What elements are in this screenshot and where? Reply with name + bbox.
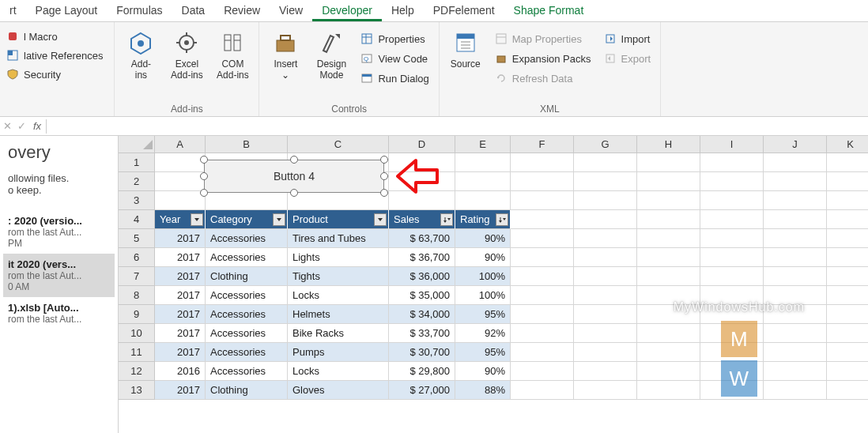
tab-shape-format[interactable]: Shape Format <box>504 0 594 21</box>
relative-refs-item[interactable]: lative References <box>3 46 106 65</box>
cell[interactable] <box>574 153 637 172</box>
cell[interactable]: 90% <box>455 362 511 381</box>
resize-handle[interactable] <box>200 156 208 164</box>
recovery-file[interactable]: : 2020 (versio...rom the last Aut...PM <box>3 210 115 254</box>
cell[interactable] <box>764 153 827 172</box>
cell[interactable] <box>574 267 637 286</box>
row-headers[interactable]: 12345678910111213 <box>119 153 155 400</box>
cell[interactable]: $ 36,700 <box>389 248 455 267</box>
cell[interactable] <box>764 191 827 210</box>
resize-handle[interactable] <box>200 189 208 197</box>
cell[interactable]: $ 34,000 <box>389 305 455 324</box>
cell[interactable] <box>511 210 574 229</box>
col-header-D[interactable]: D <box>389 136 455 153</box>
recovery-file[interactable]: it 2020 (vers...rom the last Aut...0 AM <box>3 254 115 297</box>
cell[interactable] <box>288 191 389 210</box>
col-header-K[interactable]: K <box>827 136 868 153</box>
addins-button[interactable]: Add-ins <box>121 25 160 81</box>
cell[interactable] <box>574 324 637 343</box>
cell[interactable]: Product <box>288 210 389 229</box>
col-header-G[interactable]: G <box>574 136 637 153</box>
cell[interactable] <box>700 229 764 248</box>
cell[interactable]: $ 27,000 <box>389 381 455 400</box>
cell[interactable] <box>827 153 868 172</box>
cell[interactable] <box>700 191 764 210</box>
tab-data[interactable]: Data <box>172 0 215 21</box>
cell[interactable] <box>511 286 574 305</box>
row-header[interactable]: 8 <box>119 286 155 305</box>
row-header[interactable]: 12 <box>119 362 155 381</box>
cell[interactable]: Category <box>206 210 288 229</box>
select-all-corner[interactable] <box>119 136 155 153</box>
recovery-file[interactable]: 1).xlsb [Auto...rom the last Aut... <box>3 297 115 329</box>
cell[interactable] <box>637 191 700 210</box>
cell[interactable] <box>155 153 206 172</box>
resize-handle[interactable] <box>200 172 208 180</box>
cell[interactable]: 2017 <box>155 248 206 267</box>
resize-handle[interactable] <box>290 156 298 164</box>
cell[interactable] <box>511 324 574 343</box>
cell[interactable]: 2017 <box>155 343 206 362</box>
cell[interactable] <box>827 305 868 324</box>
cell[interactable]: Accessories <box>206 229 288 248</box>
cell[interactable] <box>764 229 827 248</box>
cell[interactable] <box>511 229 574 248</box>
row-header[interactable]: 11 <box>119 343 155 362</box>
row-header[interactable]: 2 <box>119 172 155 191</box>
run-dialog-item[interactable]: Run Dialog <box>357 70 432 87</box>
cell[interactable] <box>455 191 511 210</box>
cell[interactable]: 90% <box>455 229 511 248</box>
cell[interactable] <box>155 191 206 210</box>
cell[interactable] <box>455 172 511 191</box>
cell[interactable] <box>511 362 574 381</box>
cell[interactable]: Accessories <box>206 305 288 324</box>
cell[interactable] <box>637 210 700 229</box>
filter-dropdown-icon[interactable] <box>496 213 508 226</box>
filter-dropdown-icon[interactable] <box>440 213 453 226</box>
cell[interactable]: Locks <box>288 286 389 305</box>
cell[interactable]: 2017 <box>155 381 206 400</box>
row-header[interactable]: 4 <box>119 210 155 229</box>
cell[interactable] <box>206 191 288 210</box>
cell[interactable] <box>827 324 868 343</box>
cell[interactable]: 90% <box>455 248 511 267</box>
cell[interactable] <box>764 267 827 286</box>
col-header-I[interactable]: I <box>700 136 764 153</box>
cell[interactable]: $ 33,700 <box>389 324 455 343</box>
cell[interactable]: Sales <box>389 210 455 229</box>
cell[interactable] <box>700 172 764 191</box>
col-header-E[interactable]: E <box>455 136 511 153</box>
cell[interactable] <box>764 248 827 267</box>
cell[interactable] <box>764 210 827 229</box>
cell[interactable] <box>700 267 764 286</box>
cell[interactable] <box>511 267 574 286</box>
row-header[interactable]: 6 <box>119 248 155 267</box>
cell[interactable]: Helmets <box>288 305 389 324</box>
xml-import-item[interactable]: Import <box>601 30 655 47</box>
cell[interactable]: Accessories <box>206 343 288 362</box>
tab-rt[interactable]: rt <box>0 0 26 21</box>
row-header[interactable]: 3 <box>119 191 155 210</box>
cell[interactable] <box>700 248 764 267</box>
cell[interactable]: Gloves <box>288 381 389 400</box>
design-mode-button[interactable]: DesignMode <box>311 25 351 81</box>
cell[interactable] <box>574 248 637 267</box>
cell[interactable]: Bike Racks <box>288 324 389 343</box>
cell[interactable] <box>637 229 700 248</box>
cell[interactable] <box>511 305 574 324</box>
cell[interactable] <box>574 362 637 381</box>
cell[interactable]: $ 30,700 <box>389 343 455 362</box>
cell[interactable] <box>827 381 868 400</box>
cell[interactable] <box>827 210 868 229</box>
cell[interactable] <box>511 191 574 210</box>
cell[interactable] <box>574 305 637 324</box>
cell[interactable] <box>700 153 764 172</box>
cell[interactable]: 2017 <box>155 286 206 305</box>
cell[interactable] <box>637 267 700 286</box>
view-code-item[interactable]: Q View Code <box>357 50 432 67</box>
tab-formulas[interactable]: Formulas <box>107 0 172 21</box>
cell[interactable] <box>827 248 868 267</box>
cell[interactable] <box>700 210 764 229</box>
properties-item[interactable]: Properties <box>357 30 432 47</box>
com-addins-button[interactable]: COMAdd-ins <box>213 25 252 81</box>
